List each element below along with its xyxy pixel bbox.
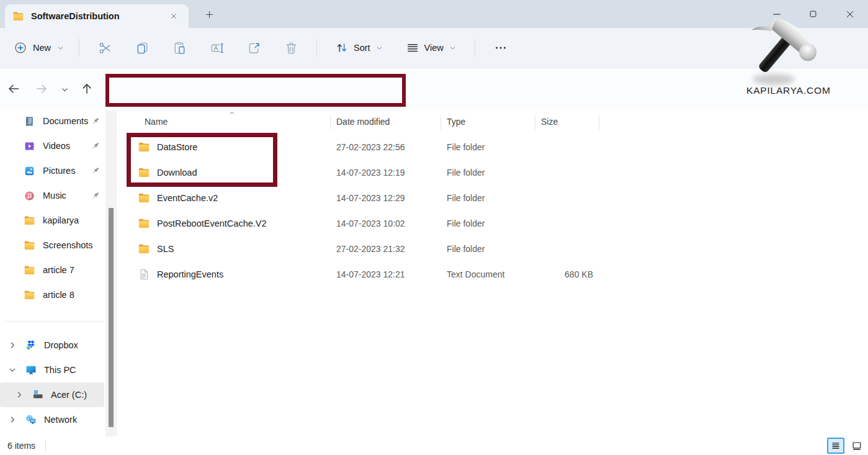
sidebar-item-screenshots[interactable]: Screenshots [0, 233, 118, 258]
column-header-type[interactable]: Type [441, 117, 535, 127]
paste-icon [172, 41, 187, 55]
recent-locations-button[interactable] [57, 82, 72, 97]
column-divider[interactable] [441, 115, 441, 130]
dropbox-icon [25, 339, 37, 351]
sort-button[interactable]: Sort [328, 37, 391, 59]
navigation-bar: This PC Acer (C:) Windows SoftwareDistri… [0, 68, 868, 109]
new-plus-icon [14, 41, 27, 55]
tab-software-distribution[interactable]: SoftwareDistribution [5, 4, 189, 28]
cut-button[interactable] [92, 36, 117, 60]
sidebar-item-network[interactable]: Network [0, 407, 118, 432]
copy-button[interactable] [130, 36, 154, 60]
forward-button[interactable] [33, 80, 50, 97]
arrow-left-icon [7, 82, 20, 96]
share-icon [247, 41, 261, 55]
file-size: 680 KB [535, 269, 599, 279]
file-type: File folder [441, 142, 535, 152]
sidebar-item-documents[interactable]: Documents [0, 109, 118, 133]
status-bar: 6 items [0, 436, 868, 455]
pin-icon [91, 141, 101, 151]
sidebar-item-pictures[interactable]: Pictures [0, 158, 118, 183]
tab-close-icon[interactable] [166, 9, 181, 24]
chevron-right-icon[interactable] [7, 415, 17, 425]
file-name: PostRebootEventCache.V2 [157, 218, 267, 228]
content-view-button[interactable] [848, 438, 866, 454]
pin-icon [91, 191, 101, 200]
file-date-modified: 14-07-2023 12:19 [330, 168, 441, 178]
paste-button[interactable] [167, 36, 192, 60]
file-type: File folder [441, 244, 535, 254]
file-row-postrebooteventcache-v2[interactable]: PostRebootEventCache.V2 14-07-2023 10:02… [117, 210, 868, 236]
file-type: File folder [441, 193, 535, 203]
sidebar-item-label: This PC [44, 365, 76, 375]
more-options-button[interactable] [488, 36, 513, 60]
chevron-down-icon [60, 85, 69, 94]
file-row-reportingevents[interactable]: ReportingEvents 14-07-2023 12:21 Text Do… [117, 261, 868, 287]
file-row-datastore[interactable]: DataStore 27-02-2023 22:56 File folder [117, 134, 868, 160]
folder-icon [138, 141, 150, 153]
sidebar-item-label: Videos [43, 141, 70, 151]
sidebar-item-label: Dropbox [44, 340, 78, 350]
file-type: File folder [441, 168, 535, 178]
sidebar-item-dropbox[interactable]: Dropbox [0, 333, 118, 358]
sidebar-item-videos[interactable]: Videos [0, 133, 118, 158]
chevron-down-icon [449, 44, 457, 52]
new-button[interactable]: New [6, 37, 72, 59]
file-date-modified: 14-07-2023 12:21 [330, 269, 441, 279]
sort-button-label: Sort [354, 43, 370, 53]
view-button[interactable]: View [398, 37, 464, 59]
chevron-right-icon[interactable] [14, 390, 24, 400]
this-pc-icon [25, 364, 37, 376]
share-button[interactable] [241, 36, 266, 60]
column-header-name[interactable]: Name [117, 117, 330, 127]
maximize-button[interactable] [795, 0, 831, 28]
column-divider[interactable] [330, 115, 331, 130]
up-button[interactable] [78, 80, 96, 97]
column-divider[interactable] [535, 115, 535, 130]
chevron-down-icon[interactable] [7, 365, 17, 375]
chevron-down-icon [56, 44, 65, 52]
column-header-date-modified[interactable]: Date modified [330, 117, 441, 127]
toolbar-divider [316, 38, 317, 57]
copy-icon [135, 41, 150, 55]
sidebar-scrollbar-thumb[interactable] [109, 208, 114, 427]
chevron-right-icon[interactable] [7, 340, 17, 350]
sidebar-item-article-7[interactable]: article 7 [0, 258, 118, 282]
close-button[interactable] [831, 0, 868, 28]
details-view-button[interactable] [827, 438, 844, 454]
sort-icon [335, 41, 349, 55]
sidebar-item-article-8[interactable]: article 8 [0, 282, 118, 307]
watermark-text: KAPILARYA.COM [746, 85, 831, 96]
file-row-sls[interactable]: SLS 27-02-2023 21:32 File folder [117, 236, 868, 261]
folder-icon [138, 217, 150, 230]
delete-icon [284, 41, 298, 55]
sidebar-tree: Dropbox This PC Acer (C:) Network [0, 333, 118, 432]
column-header-size[interactable]: Size [535, 117, 599, 127]
drive-icon [32, 389, 44, 401]
status-bar-divider [45, 440, 46, 451]
close-icon [845, 9, 855, 19]
text-document-icon [138, 268, 150, 281]
arrow-up-icon [80, 82, 94, 96]
sidebar-scrollbar-track[interactable] [105, 110, 117, 439]
sidebar-item-this-pc[interactable]: This PC [0, 358, 118, 382]
details-view-icon [830, 439, 842, 452]
sidebar-item-acer-c[interactable]: Acer (C:) [0, 382, 104, 407]
rename-button[interactable] [204, 36, 229, 60]
file-row-eventcache-v2[interactable]: EventCache.v2 14-07-2023 12:29 File fold… [117, 185, 868, 210]
folder-icon [138, 243, 150, 255]
file-row-download[interactable]: Download 14-07-2023 12:19 File folder [117, 160, 868, 185]
back-button[interactable] [5, 80, 22, 97]
minimize-button[interactable] [758, 0, 795, 28]
folder-icon [138, 166, 150, 179]
column-divider[interactable] [599, 115, 599, 130]
ellipsis-icon [494, 41, 508, 55]
new-tab-button[interactable] [200, 6, 218, 22]
sidebar-item-music[interactable]: Music [0, 183, 118, 208]
sidebar-item-kapilarya[interactable]: kapilarya [0, 208, 118, 233]
sidebar-item-label: Acer (C:) [51, 390, 87, 400]
delete-button[interactable] [279, 36, 303, 60]
tab-title: SoftwareDistribution [31, 11, 159, 21]
file-name: DataStore [157, 142, 197, 152]
file-date-modified: 27-02-2023 22:56 [330, 142, 441, 152]
